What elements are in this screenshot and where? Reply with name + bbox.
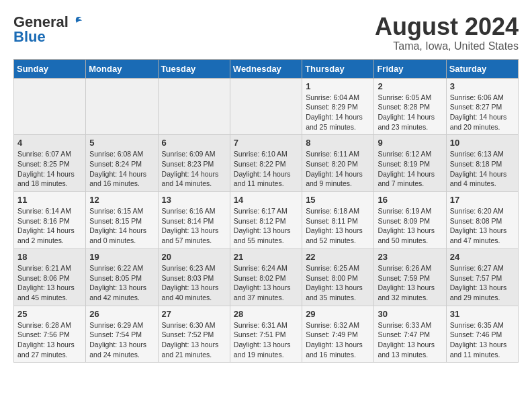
logo-blue: Blue [13,28,46,46]
day-info: Sunrise: 6:25 AM Sunset: 8:00 PM Dayligh… [306,263,370,303]
day-info: Sunrise: 6:13 AM Sunset: 8:18 PM Dayligh… [450,149,515,189]
title-block: August 2024 Tama, Iowa, United States [375,13,519,52]
day-number: 11 [17,195,82,205]
day-number: 19 [89,252,154,262]
day-number: 10 [450,138,515,148]
day-number: 2 [378,81,442,91]
calendar-cell: 27Sunrise: 6:30 AM Sunset: 7:52 PM Dayli… [158,306,230,363]
day-info: Sunrise: 6:04 AM Sunset: 8:29 PM Dayligh… [306,93,370,132]
day-number: 18 [17,252,82,262]
calendar-cell: 3Sunrise: 6:06 AM Sunset: 8:27 PM Daylig… [446,78,518,135]
calendar-cell: 18Sunrise: 6:21 AM Sunset: 8:06 PM Dayli… [14,248,86,306]
calendar-cell: 29Sunrise: 6:32 AM Sunset: 7:49 PM Dayli… [302,306,374,363]
day-number: 5 [89,138,154,148]
day-number: 4 [17,138,82,148]
calendar-cell [158,78,230,135]
header-day-monday: Monday [86,59,158,78]
day-info: Sunrise: 6:20 AM Sunset: 8:08 PM Dayligh… [450,206,515,246]
calendar-cell: 19Sunrise: 6:22 AM Sunset: 8:05 PM Dayli… [86,248,158,306]
day-number: 3 [450,81,515,91]
day-info: Sunrise: 6:07 AM Sunset: 8:25 PM Dayligh… [17,149,82,189]
calendar-table: SundayMondayTuesdayWednesdayThursdayFrid… [13,59,519,363]
day-number: 16 [378,195,442,205]
calendar-cell: 5Sunrise: 6:08 AM Sunset: 8:24 PM Daylig… [86,135,158,192]
day-info: Sunrise: 6:23 AM Sunset: 8:03 PM Dayligh… [162,263,226,303]
calendar-cell: 17Sunrise: 6:20 AM Sunset: 8:08 PM Dayli… [446,192,518,249]
day-info: Sunrise: 6:22 AM Sunset: 8:05 PM Dayligh… [89,263,154,303]
day-number: 17 [450,195,515,205]
day-number: 31 [450,309,515,319]
day-number: 6 [162,138,226,148]
day-info: Sunrise: 6:18 AM Sunset: 8:11 PM Dayligh… [306,206,370,246]
calendar-cell: 12Sunrise: 6:15 AM Sunset: 8:15 PM Dayli… [86,192,158,249]
header-day-wednesday: Wednesday [230,59,302,78]
calendar-cell: 8Sunrise: 6:11 AM Sunset: 8:20 PM Daylig… [302,135,374,192]
calendar-cell: 22Sunrise: 6:25 AM Sunset: 8:00 PM Dayli… [302,248,374,306]
day-info: Sunrise: 6:35 AM Sunset: 7:46 PM Dayligh… [450,320,515,360]
calendar-cell: 31Sunrise: 6:35 AM Sunset: 7:46 PM Dayli… [446,306,518,363]
day-info: Sunrise: 6:26 AM Sunset: 7:59 PM Dayligh… [378,263,442,303]
day-info: Sunrise: 6:29 AM Sunset: 7:54 PM Dayligh… [89,320,154,360]
logo: General Blue [13,13,83,46]
calendar-cell: 10Sunrise: 6:13 AM Sunset: 8:18 PM Dayli… [446,135,518,192]
day-number: 22 [306,252,370,262]
calendar-cell: 6Sunrise: 6:09 AM Sunset: 8:23 PM Daylig… [158,135,230,192]
calendar-cell: 4Sunrise: 6:07 AM Sunset: 8:25 PM Daylig… [14,135,86,192]
calendar-cell: 16Sunrise: 6:19 AM Sunset: 8:09 PM Dayli… [374,192,446,249]
calendar-cell: 23Sunrise: 6:26 AM Sunset: 7:59 PM Dayli… [374,248,446,306]
week-row-2: 4Sunrise: 6:07 AM Sunset: 8:25 PM Daylig… [14,135,519,192]
day-info: Sunrise: 6:10 AM Sunset: 8:22 PM Dayligh… [234,149,298,189]
calendar-cell: 11Sunrise: 6:14 AM Sunset: 8:16 PM Dayli… [14,192,86,249]
day-info: Sunrise: 6:09 AM Sunset: 8:23 PM Dayligh… [162,149,226,189]
day-info: Sunrise: 6:06 AM Sunset: 8:27 PM Dayligh… [450,93,515,132]
calendar-cell: 2Sunrise: 6:05 AM Sunset: 8:28 PM Daylig… [374,78,446,135]
calendar-cell: 24Sunrise: 6:27 AM Sunset: 7:57 PM Dayli… [446,248,518,306]
day-number: 14 [234,195,298,205]
calendar-cell [14,78,86,135]
calendar-cell: 14Sunrise: 6:17 AM Sunset: 8:12 PM Dayli… [230,192,302,249]
day-number: 9 [378,138,442,148]
day-info: Sunrise: 6:30 AM Sunset: 7:52 PM Dayligh… [162,320,226,360]
day-info: Sunrise: 6:28 AM Sunset: 7:56 PM Dayligh… [17,320,82,360]
day-number: 24 [450,252,515,262]
day-number: 28 [234,309,298,319]
day-info: Sunrise: 6:12 AM Sunset: 8:19 PM Dayligh… [378,149,442,189]
calendar-cell: 7Sunrise: 6:10 AM Sunset: 8:22 PM Daylig… [230,135,302,192]
day-info: Sunrise: 6:14 AM Sunset: 8:16 PM Dayligh… [17,206,82,246]
calendar-cell: 9Sunrise: 6:12 AM Sunset: 8:19 PM Daylig… [374,135,446,192]
calendar-cell: 28Sunrise: 6:31 AM Sunset: 7:51 PM Dayli… [230,306,302,363]
day-info: Sunrise: 6:32 AM Sunset: 7:49 PM Dayligh… [306,320,370,360]
calendar-cell: 15Sunrise: 6:18 AM Sunset: 8:11 PM Dayli… [302,192,374,249]
header-row: SundayMondayTuesdayWednesdayThursdayFrid… [14,59,519,78]
header-day-thursday: Thursday [302,59,374,78]
day-info: Sunrise: 6:24 AM Sunset: 8:02 PM Dayligh… [234,263,298,303]
main-title: August 2024 [375,13,519,40]
day-info: Sunrise: 6:21 AM Sunset: 8:06 PM Dayligh… [17,263,82,303]
day-info: Sunrise: 6:33 AM Sunset: 7:47 PM Dayligh… [378,320,442,360]
week-row-5: 25Sunrise: 6:28 AM Sunset: 7:56 PM Dayli… [14,306,519,363]
week-row-3: 11Sunrise: 6:14 AM Sunset: 8:16 PM Dayli… [14,192,519,249]
calendar-cell [86,78,158,135]
header-day-friday: Friday [374,59,446,78]
day-info: Sunrise: 6:11 AM Sunset: 8:20 PM Dayligh… [306,149,370,189]
calendar-cell: 1Sunrise: 6:04 AM Sunset: 8:29 PM Daylig… [302,78,374,135]
sub-title: Tama, Iowa, United States [375,40,519,52]
day-number: 21 [234,252,298,262]
day-info: Sunrise: 6:31 AM Sunset: 7:51 PM Dayligh… [234,320,298,360]
day-info: Sunrise: 6:08 AM Sunset: 8:24 PM Dayligh… [89,149,154,189]
calendar-cell: 13Sunrise: 6:16 AM Sunset: 8:14 PM Dayli… [158,192,230,249]
day-info: Sunrise: 6:19 AM Sunset: 8:09 PM Dayligh… [378,206,442,246]
day-info: Sunrise: 6:17 AM Sunset: 8:12 PM Dayligh… [234,206,298,246]
week-row-4: 18Sunrise: 6:21 AM Sunset: 8:06 PM Dayli… [14,248,519,306]
day-number: 13 [162,195,226,205]
day-info: Sunrise: 6:05 AM Sunset: 8:28 PM Dayligh… [378,93,442,132]
day-number: 27 [162,309,226,319]
day-number: 30 [378,309,442,319]
week-row-1: 1Sunrise: 6:04 AM Sunset: 8:29 PM Daylig… [14,78,519,135]
day-number: 20 [162,252,226,262]
day-number: 7 [234,138,298,148]
day-number: 26 [89,309,154,319]
calendar-cell: 26Sunrise: 6:29 AM Sunset: 7:54 PM Dayli… [86,306,158,363]
page-header: General Blue August 2024 Tama, Iowa, Uni… [13,13,519,52]
day-number: 23 [378,252,442,262]
